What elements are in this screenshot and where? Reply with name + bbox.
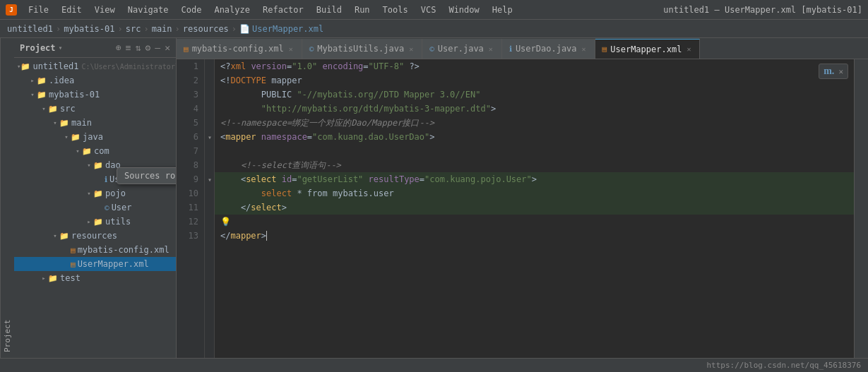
tree-item-user[interactable]: © User [14, 200, 176, 215]
tab-mybatisutils[interactable]: © MybatisUtils.java ✕ [302, 39, 422, 59]
fold-13 [205, 229, 215, 243]
tree-item-usermapper[interactable]: ▤ UserMapper.xml [14, 257, 176, 271]
breadcrumb-main[interactable]: main [152, 24, 172, 34]
class-file-icon: © [105, 203, 109, 212]
breadcrumb-src[interactable]: src [126, 24, 141, 34]
menu-analyze[interactable]: Analyze [208, 4, 256, 16]
tree-label-com: com [94, 146, 109, 156]
tab-usermapper[interactable]: ▤ UserMapper.xml ✕ [595, 39, 701, 59]
tree-item-pojo[interactable]: ▾ 📁 pojo [14, 186, 176, 200]
tab-user[interactable]: © User.java ✕ [422, 39, 502, 59]
menu-window[interactable]: Window [443, 4, 484, 16]
tree-item-mybatis01[interactable]: ▾ 📁 mybatis-01 [14, 88, 176, 102]
tree-label-usermapper: UserMapper.xml [78, 259, 149, 269]
tree-item-idea[interactable]: ▸ 📁 .idea [14, 73, 176, 88]
module-folder-icon: 📁 [37, 90, 47, 100]
editor-content[interactable]: ▲ 1 ✓ 2 m. ✕ 1 2 3 4 5 6 7 8 9 10 11 [177, 59, 868, 358]
fold-6[interactable]: ▾ [205, 130, 215, 144]
code-line-2: <!DOCTYPE mapper [215, 73, 854, 88]
tab-label-userdao: UserDao.java [516, 44, 577, 54]
menu-code[interactable]: Code [176, 4, 208, 16]
main-folder-icon: 📁 [59, 119, 69, 128]
menu-vcs[interactable]: VCS [415, 4, 442, 16]
menu-build[interactable]: Build [311, 4, 347, 16]
tree-label-java: java [83, 132, 103, 142]
line-num-6: 6 [182, 130, 198, 144]
tab-close-usermapper[interactable]: ✕ [685, 44, 692, 54]
fold-11 [205, 200, 215, 215]
menu-navigate[interactable]: Navigate [122, 4, 174, 16]
tab-mybatisconfig[interactable]: ▤ mybatis-config.xml ✕ [177, 39, 302, 59]
text-cursor [266, 231, 267, 241]
tab-label-mybatisconfig: mybatis-config.xml [192, 44, 284, 54]
lightbulb-icon[interactable]: 💡 [220, 215, 231, 229]
toggle-icon-pojo: ▾ [85, 190, 93, 197]
tree-item-utils[interactable]: ▸ 📁 utils [14, 215, 176, 229]
toggle-icon-test: ▸ [40, 275, 48, 282]
tab-icon-userdao: ℹ [509, 44, 512, 54]
tab-icon-mybatisconfig: ▤ [184, 44, 189, 54]
fold-9[interactable]: ▾ [205, 172, 215, 186]
fold-7 [205, 144, 215, 158]
breadcrumb-resources[interactable]: resources [183, 24, 229, 34]
com-folder-icon: 📁 [82, 147, 92, 156]
tree-item-main[interactable]: ▾ 📁 main [14, 116, 176, 130]
menu-view[interactable]: View [89, 4, 121, 16]
float-panel[interactable]: m. ✕ [819, 64, 848, 79]
menu-tools[interactable]: Tools [377, 4, 414, 16]
line-num-7: 7 [182, 144, 198, 158]
editor-area: ▤ mybatis-config.xml ✕ © MybatisUtils.ja… [177, 38, 868, 358]
menu-run[interactable]: Run [349, 4, 376, 16]
tree-label-utils: utils [105, 217, 131, 227]
tree-item-mybatisconfig[interactable]: ▤ mybatis-config.xml [14, 243, 176, 257]
tree-item-untitled1[interactable]: ▾ 📁 untitled1 C:\Users\Administrator\Ide [14, 59, 176, 73]
right-gutter[interactable] [854, 59, 868, 358]
tree-item-src[interactable]: ▾ 📁 src [14, 102, 176, 116]
fold-1 [205, 59, 215, 73]
toggle-icon-com: ▾ [73, 148, 82, 155]
dropdown-icon[interactable]: ▾ [59, 44, 63, 52]
collapse-all-icon[interactable]: ≡ [126, 42, 131, 53]
tab-icon-usermapper: ▤ [602, 44, 607, 54]
fold-3 [205, 88, 215, 102]
tree-label-test: test [60, 273, 81, 283]
tree-label-idea: .idea [49, 76, 74, 85]
line-numbers: 1 2 3 4 5 6 7 8 9 10 11 12 13 [177, 59, 205, 358]
tab-icon-user: © [429, 44, 434, 54]
close-panel-icon[interactable]: ✕ [165, 42, 170, 53]
tree-item-test[interactable]: ▸ 📁 test [14, 271, 176, 285]
minimize-icon[interactable]: — [155, 42, 160, 53]
menu-bar: File Edit View Navigate Code Analyze Ref… [23, 4, 518, 16]
src-folder-icon: 📁 [48, 104, 58, 114]
tab-userdao[interactable]: ℹ UserDao.java ✕ [502, 39, 595, 59]
sort-icon[interactable]: ⇅ [136, 42, 141, 53]
menu-edit[interactable]: Edit [56, 4, 88, 16]
tree-item-java[interactable]: ▾ 📁 java [14, 130, 176, 144]
project-vertical-tab[interactable]: Project [0, 38, 14, 358]
project-panel-title: Project [20, 43, 56, 53]
tab-close-user[interactable]: ✕ [487, 44, 494, 54]
app-icon: J [6, 4, 17, 16]
menu-help[interactable]: Help [487, 4, 518, 16]
tab-close-mybatisconfig[interactable]: ✕ [287, 44, 295, 54]
line-num-3: 3 [182, 88, 198, 102]
tree-item-resources[interactable]: ▾ 📁 resources [14, 229, 176, 243]
breadcrumb-mybatis01[interactable]: mybatis-01 [64, 24, 114, 34]
tree-item-com[interactable]: ▾ 📁 com [14, 144, 176, 158]
menu-file[interactable]: File [23, 4, 54, 16]
sources-root-tooltip: Sources root [117, 167, 176, 184]
breadcrumb-untitled1[interactable]: untitled1 [7, 24, 53, 34]
code-line-5: <!--namespace=绑定一个对应的Dao/Mapper接口--> [215, 116, 854, 130]
tab-close-userdao[interactable]: ✕ [581, 44, 588, 54]
code-line-9: <select id="getUserList" resultType="com… [215, 172, 854, 186]
code-area[interactable]: <?xml version="1.0" encoding="UTF-8" ?> … [215, 59, 854, 358]
tree-path-untitled1: C:\Users\Administrator\Ide [81, 63, 176, 71]
tab-close-mybatisutils[interactable]: ✕ [408, 44, 415, 54]
line-num-2: 2 [182, 73, 198, 88]
fold-gutter: ▾ ▾ [205, 59, 215, 358]
add-content-root-icon[interactable]: ⊕ [116, 42, 121, 53]
menu-refactor[interactable]: Refactor [257, 4, 309, 16]
settings-icon[interactable]: ⚙ [145, 42, 151, 53]
float-panel-close[interactable]: ✕ [838, 67, 843, 76]
breadcrumb-usermapper[interactable]: 📄UserMapper.xml [239, 24, 323, 34]
